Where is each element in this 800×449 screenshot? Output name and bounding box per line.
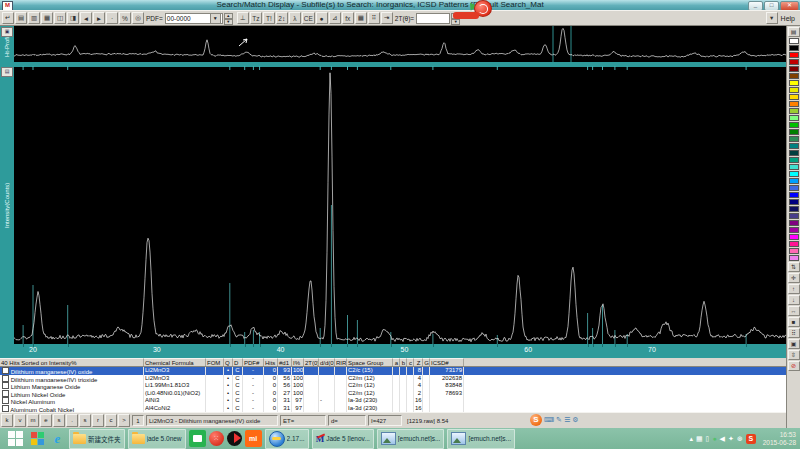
frame-icon[interactable]: ▣ [788, 339, 800, 349]
green-status-icon[interactable]: ● [712, 434, 716, 444]
column-header[interactable]: ICSD# [430, 358, 464, 366]
print-icon[interactable]: ▤ [15, 12, 27, 24]
row-checkbox[interactable] [2, 382, 9, 389]
color-swatch[interactable] [789, 87, 799, 93]
two-theta-icon[interactable]: 2↕ [276, 12, 288, 24]
speedball-badge[interactable] [453, 12, 479, 19]
grid-icon[interactable]: ▦ [355, 12, 367, 24]
color-swatch[interactable] [789, 80, 799, 86]
start-button[interactable] [4, 430, 26, 447]
help-menu[interactable]: Help [781, 15, 795, 22]
peak-dot-icon[interactable]: ● [316, 12, 328, 24]
table-row[interactable]: Lithium Nickel Oxide(Li0.48Ni0.01)(NiO2)… [0, 390, 786, 398]
color-swatch[interactable] [789, 122, 799, 128]
color-swatch[interactable] [789, 241, 799, 247]
column-header[interactable]: b [400, 358, 407, 366]
window-layout-icon[interactable]: ↵ [2, 12, 14, 24]
folder-task-new[interactable]: 新建文件夹 [69, 429, 125, 449]
table-row[interactable]: Lithium Manganese OxideLi1.99Mn1.81O3•C-… [0, 382, 786, 390]
color-swatch[interactable] [789, 94, 799, 100]
color-swatch[interactable] [789, 185, 799, 191]
nav-back-icon[interactable]: ◄ [80, 12, 92, 24]
column-header[interactable]: Q [224, 358, 233, 366]
color-swatch[interactable] [789, 171, 799, 177]
row-checkbox[interactable] [2, 367, 9, 374]
dot-icon[interactable]: · [106, 12, 118, 24]
theta-z-icon[interactable]: Tz [250, 12, 262, 24]
row-checkbox[interactable] [2, 397, 9, 404]
volume-icon[interactable]: ◀ [720, 434, 725, 444]
status-button-k[interactable]: k [1, 414, 13, 427]
color-swatch[interactable] [789, 150, 799, 156]
list-icon[interactable]: ⠿ [368, 12, 380, 24]
shift-down-icon[interactable]: ↓ [788, 295, 800, 305]
folder-task-jade[interactable]: jade 5.0new [128, 429, 186, 449]
sogou-tray-icon[interactable]: S [746, 434, 756, 444]
color-swatch[interactable] [789, 45, 799, 51]
row-checkbox[interactable] [2, 405, 9, 412]
color-swatch[interactable] [789, 59, 799, 65]
status-button-v[interactable]: v [14, 414, 26, 427]
row-checkbox[interactable] [2, 375, 9, 382]
column-header[interactable]: RIR [335, 358, 347, 366]
settings-icon[interactable]: ⚙ [572, 416, 578, 424]
column-header[interactable]: FOM [206, 358, 224, 366]
cancel-icon[interactable]: ⊘ [788, 361, 800, 371]
player-app-icon[interactable] [227, 431, 242, 446]
report-icon[interactable]: ▦ [41, 12, 53, 24]
status-button-c[interactable]: c [105, 414, 117, 427]
color-swatch[interactable] [789, 248, 799, 254]
column-header[interactable]: d/d(0) [319, 358, 335, 366]
percent-icon[interactable]: % [119, 12, 131, 24]
column-header[interactable]: G [423, 358, 430, 366]
table-row[interactable]: Aluminum Cobalt NickelAl4CoNi2•C-03197Ia… [0, 405, 786, 413]
table-row[interactable]: Dilithium manganese(IV) oxideLi2MnO3•C-0… [0, 367, 786, 375]
color-swatch[interactable] [789, 38, 799, 44]
status-button-s[interactable]: s [53, 414, 65, 427]
color-swatch[interactable] [789, 213, 799, 219]
baseline-icon[interactable]: ⊥ [237, 12, 249, 24]
table-row[interactable]: Dilithium manganese(IV) trioxideLi2MnO3•… [0, 375, 786, 383]
row-checkbox[interactable] [2, 390, 9, 397]
sogou-launcher-icon[interactable]: S [530, 414, 542, 426]
column-header[interactable]: I% [292, 358, 304, 366]
column-header[interactable]: a [393, 358, 400, 366]
keyboard-icon[interactable]: ⌨ [544, 416, 554, 424]
color-swatch[interactable] [789, 101, 799, 107]
two-theta-input[interactable] [416, 13, 450, 24]
column-header[interactable]: Chemical Formula [144, 358, 206, 366]
status-button-s[interactable]: s [79, 414, 91, 427]
lambda-icon[interactable]: λ [289, 12, 301, 24]
color-swatch[interactable] [789, 220, 799, 226]
color-swatch[interactable] [789, 178, 799, 184]
solid-box-icon[interactable]: ■ [788, 317, 800, 327]
status-button-.[interactable]: . [66, 414, 78, 427]
pointer-icon[interactable]: ✦ [728, 434, 734, 444]
column-header[interactable]: Hits [264, 358, 278, 366]
color-swatch[interactable] [789, 143, 799, 149]
shift-up-icon[interactable]: ↑ [788, 284, 800, 294]
red-app-icon[interactable]: ⁙ [209, 431, 224, 446]
toolbar-dropdown-icon[interactable]: ▾ [766, 12, 778, 24]
color-swatch[interactable] [789, 66, 799, 72]
internet-explorer-icon-tile[interactable]: e [49, 430, 66, 447]
main-xrd-chart[interactable] [14, 66, 786, 344]
move-icon[interactable]: ✛ [788, 273, 800, 283]
folder-icon[interactable]: ◫ [54, 12, 66, 24]
color-swatch[interactable] [789, 129, 799, 135]
column-header[interactable]: PDF# [243, 358, 264, 366]
main-pane-icon[interactable]: ▤ [1, 67, 13, 77]
status-button-e[interactable]: e [40, 414, 52, 427]
tv-app-icon[interactable] [189, 430, 206, 447]
area-icon[interactable]: ⊿ [329, 12, 341, 24]
ime-grid-icon[interactable]: ▦ [696, 434, 703, 444]
color-swatch[interactable] [789, 108, 799, 114]
expand-icon[interactable]: ⇳ [788, 350, 800, 360]
column-header[interactable]: Space Group [347, 358, 393, 366]
color-swatch[interactable] [789, 227, 799, 233]
color-swatch[interactable] [789, 206, 799, 212]
emuch-task-1[interactable]: [emuch.net]s... [377, 429, 445, 449]
column-header[interactable]: 40 Hits Sorted on Intensity% [0, 358, 144, 366]
browser-task[interactable]: 2.17... [265, 429, 309, 449]
overview-pane-icon[interactable]: ▣ [1, 27, 13, 37]
